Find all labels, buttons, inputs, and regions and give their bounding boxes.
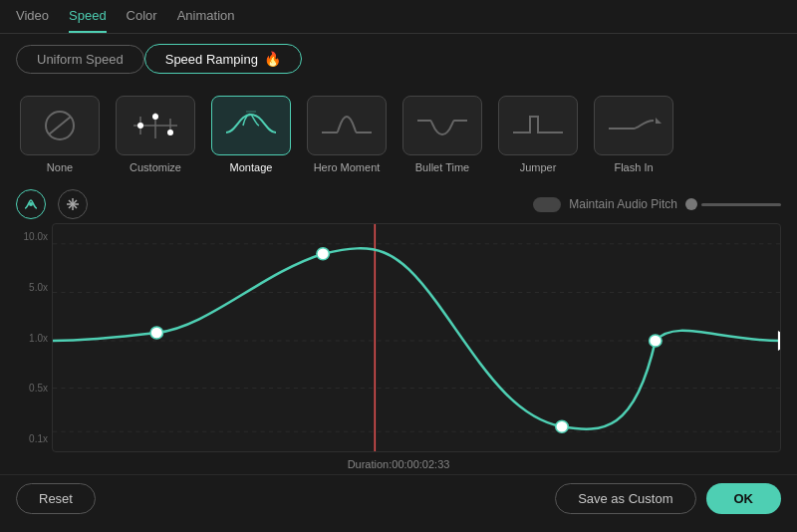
svg-point-11 (29, 202, 33, 206)
y-label-10x: 10.0x (16, 231, 48, 242)
y-label-1x: 1.0x (16, 333, 48, 344)
preset-none[interactable]: None (16, 92, 104, 177)
graph-svg (53, 224, 780, 451)
preset-none-label: None (47, 161, 73, 173)
nav-speed[interactable]: Speed (69, 8, 107, 33)
reset-button[interactable]: Reset (16, 483, 96, 514)
preset-jumper-label: Jumper (520, 161, 557, 173)
svg-point-6 (152, 114, 158, 120)
control-point-1[interactable] (150, 327, 163, 339)
graph-area: 10.0x 5.0x 1.0x 0.5x 0.1x (16, 223, 781, 474)
flame-icon: 🔥 (264, 51, 281, 67)
y-label-5x: 5.0x (16, 282, 48, 293)
preset-montage[interactable]: Montage (207, 92, 295, 177)
slider-handle[interactable] (685, 198, 697, 210)
speed-ramping-btn[interactable]: Speed Ramping 🔥 (144, 44, 302, 74)
preset-jumper-box (498, 96, 578, 155)
control-point-4[interactable] (650, 335, 663, 347)
graph-canvas[interactable] (52, 223, 781, 452)
speed-ramping-label: Speed Ramping (165, 52, 258, 67)
preset-hero-moment[interactable]: Hero Moment (303, 92, 391, 177)
mode-selector: Uniform Speed Speed Ramping 🔥 (0, 34, 797, 84)
y-label-05x: 0.5x (16, 383, 48, 394)
preset-montage-label: Montage (230, 161, 273, 173)
preset-none-box (20, 96, 100, 155)
preset-customize-box (116, 96, 195, 155)
svg-line-1 (49, 117, 71, 134)
freeze-frame-btn[interactable] (58, 189, 88, 219)
audio-pitch-slider-group (685, 198, 781, 210)
uniform-speed-btn[interactable]: Uniform Speed (16, 45, 144, 74)
preset-customize[interactable]: Customize (112, 92, 199, 177)
nav-animation[interactable]: Animation (177, 8, 235, 33)
preset-flash-in-label: Flash In (614, 161, 653, 173)
svg-point-4 (137, 123, 143, 129)
preset-bullet-time-box (402, 96, 482, 155)
top-nav: Video Speed Color Animation (0, 0, 797, 34)
preset-hero-moment-label: Hero Moment (314, 161, 381, 173)
preset-bullet-time-label: Bullet Time (415, 161, 469, 173)
nav-color[interactable]: Color (127, 8, 157, 33)
preset-customize-label: Customize (130, 161, 181, 173)
preset-flash-in-box (594, 96, 673, 155)
y-label-01x: 0.1x (16, 433, 48, 444)
control-point-3[interactable] (556, 420, 569, 432)
svg-point-8 (167, 130, 173, 135)
end-arrow (778, 331, 780, 351)
duration-label: Duration:00:00:02:33 (16, 452, 781, 474)
presets-row: None Customize Montage (0, 84, 797, 185)
svg-marker-10 (656, 118, 662, 124)
y-axis: 10.0x 5.0x 1.0x 0.5x 0.1x (16, 223, 52, 452)
audio-pitch-toggle[interactable] (533, 197, 561, 212)
control-point-2[interactable] (317, 248, 330, 260)
audio-pitch-label: Maintain Audio Pitch (569, 197, 677, 211)
bottom-bar: Reset Save as Custom OK (0, 474, 797, 522)
slider-track (701, 203, 781, 206)
preset-flash-in[interactable]: Flash In (590, 92, 677, 177)
preset-bullet-time[interactable]: Bullet Time (398, 92, 486, 177)
preset-hero-moment-box (307, 96, 387, 155)
ok-button[interactable]: OK (706, 483, 782, 514)
preset-montage-box (211, 96, 291, 155)
nav-video[interactable]: Video (16, 8, 49, 33)
curve-edit-btn[interactable] (16, 189, 46, 219)
right-buttons: Save as Custom OK (555, 483, 781, 514)
audio-pitch-control: Maintain Audio Pitch (533, 197, 781, 212)
save-custom-button[interactable]: Save as Custom (555, 483, 695, 514)
preset-jumper[interactable]: Jumper (494, 92, 582, 177)
controls-row: Maintain Audio Pitch (0, 185, 797, 223)
